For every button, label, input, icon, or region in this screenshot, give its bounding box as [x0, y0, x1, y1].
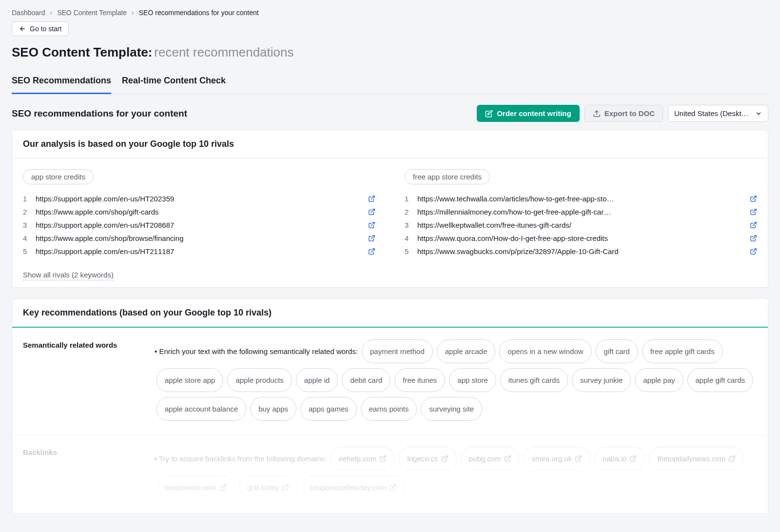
rival-link-row[interactable]: 2https://www.apple.com/shop/gift-cards	[23, 205, 375, 218]
external-link-icon[interactable]	[750, 195, 757, 202]
backlink-domain-chip[interactable]: logeco.cc	[399, 447, 456, 471]
external-link-icon[interactable]	[750, 235, 757, 242]
external-link-icon[interactable]	[368, 208, 375, 216]
svg-line-11	[753, 249, 756, 252]
semantic-word-chip[interactable]: survey junkie	[572, 368, 631, 392]
backlink-domain-chip[interactable]: eehelp.com	[331, 447, 395, 471]
rival-url: https://www.apple.com/shop/browse/financ…	[36, 234, 362, 242]
rival-url: https://support.apple.com/en-us/HT208687	[36, 221, 362, 229]
order-content-writing-button[interactable]: Order content writing	[477, 105, 580, 122]
rival-url: https://support.apple.com/en-us/HT202359	[36, 195, 362, 203]
svg-line-7	[753, 196, 756, 199]
svg-line-9	[753, 222, 756, 226]
key-recommendations-title: Key recommendations (based on your Googl…	[23, 308, 757, 318]
external-link-icon[interactable]	[750, 248, 757, 255]
svg-line-17	[732, 456, 735, 459]
rival-url: https://www.quora.com/How-do-I-get-free-…	[417, 234, 744, 242]
section-title: SEO recommendations for your content	[12, 108, 187, 119]
domain-label: smira.org.uk	[532, 451, 572, 467]
backlink-domain-chip[interactable]: gcb.today	[239, 475, 297, 499]
rival-link-row[interactable]: 5https://www.swagbucks.com/p/prize/32897…	[405, 245, 757, 258]
rival-link-row[interactable]: 4https://www.quora.com/How-do-I-get-free…	[405, 232, 757, 245]
show-all-rivals-link[interactable]: Show all rivals (2 keywords)	[23, 270, 114, 280]
semantic-word-chip[interactable]: gift card	[596, 339, 638, 363]
semantic-word-chip[interactable]: apps games	[300, 397, 357, 421]
breadcrumb-item[interactable]: SEO Content Template	[57, 9, 127, 17]
external-link-icon	[219, 484, 227, 491]
breadcrumb-item[interactable]: Dashboard	[12, 9, 45, 17]
backlink-domain-chip[interactable]: naba.io	[594, 447, 645, 471]
semantic-word-chip[interactable]: apple arcade	[437, 339, 496, 363]
backlink-domain-chip[interactable]: smira.org.uk	[524, 447, 591, 471]
semantic-word-chip[interactable]: apple account balance	[156, 397, 246, 421]
semantic-word-chip[interactable]: opens in a new window	[499, 339, 591, 363]
external-link-icon	[379, 455, 387, 462]
rivals-card-title: Our analysis is based on your Google top…	[23, 139, 757, 149]
svg-line-8	[753, 209, 756, 213]
go-to-start-label: Go to start	[30, 25, 61, 33]
semantic-word-chip[interactable]: free itunes	[394, 368, 445, 392]
region-select[interactable]: United States (Deskt…	[668, 105, 768, 122]
rival-link-row[interactable]: 1https://support.apple.com/en-us/HT20235…	[23, 192, 375, 205]
semantic-word-chip[interactable]: buy apps	[250, 397, 296, 421]
semantic-word-chip[interactable]: debit card	[342, 368, 390, 392]
semantic-word-chip[interactable]: app store	[449, 368, 496, 392]
backlink-domain-chip[interactable]: thetopdailynews.com	[649, 447, 744, 471]
edit-icon	[485, 110, 493, 118]
tab-realtime-content-check[interactable]: Real-time Content Check	[122, 71, 226, 94]
domain-label: couponxoo.com	[165, 479, 216, 495]
domain-label: thetopdailynews.com	[657, 451, 725, 467]
external-link-icon[interactable]	[368, 235, 375, 242]
tab-seo-recommendations[interactable]: SEO Recommendations	[12, 71, 111, 94]
page-title: SEO Content Template: recent recommendat…	[12, 45, 768, 60]
svg-line-3	[371, 209, 374, 213]
backlink-domain-chip[interactable]: pubg.com	[461, 447, 520, 471]
rival-link-row[interactable]: 3https://wellkeptwallet.com/free-itunes-…	[405, 218, 757, 232]
rank-number: 2	[405, 208, 411, 216]
rival-link-row[interactable]: 5https://support.apple.com/en-us/HT21118…	[23, 245, 375, 258]
region-value: United States (Deskt…	[674, 109, 749, 118]
svg-line-4	[371, 222, 374, 226]
semantic-word-chip[interactable]: apple id	[296, 368, 338, 392]
rival-link-row[interactable]: 4https://www.apple.com/shop/browse/finan…	[23, 232, 375, 245]
backlink-domain-chip[interactable]: couponxoo.com	[156, 475, 235, 499]
rival-url: https://www.swagbucks.com/p/prize/32897/…	[417, 247, 744, 256]
semantic-word-chip[interactable]: surveying site	[421, 397, 482, 421]
semantic-word-chip[interactable]: apple products	[227, 368, 292, 392]
external-link-icon[interactable]	[750, 208, 757, 216]
domain-label: eehelp.com	[339, 451, 377, 467]
semantic-word-chip[interactable]: apple store app	[156, 368, 223, 392]
backlink-domain-chip[interactable]: couponscodetoday.com	[301, 475, 405, 499]
chevron-down-icon	[755, 110, 762, 117]
external-link-icon[interactable]	[368, 221, 375, 229]
external-link-icon	[282, 484, 289, 491]
rival-link-row[interactable]: 1https://www.techwalla.com/articles/how-…	[405, 192, 757, 205]
semantic-words-label: Semantically related words	[23, 337, 155, 423]
rival-url: https://millennialmoney.com/how-to-get-f…	[417, 208, 744, 216]
rank-number: 1	[405, 195, 411, 203]
semantic-word-chip[interactable]: itunes gift cards	[500, 368, 568, 392]
rivals-column: app store credits1https://support.apple.…	[23, 169, 375, 258]
semantic-word-chip[interactable]: free apple gift cards	[642, 339, 723, 363]
external-link-icon[interactable]	[750, 221, 757, 229]
rank-number: 3	[23, 221, 30, 229]
semantic-word-chip[interactable]: payment method	[362, 339, 433, 363]
arrow-left-icon	[19, 25, 26, 32]
external-link-icon	[504, 455, 511, 462]
rivals-column: free app store credits1https://www.techw…	[405, 169, 757, 258]
export-to-doc-button[interactable]: Export to DOC	[585, 105, 663, 122]
rival-link-row[interactable]: 2https://millennialmoney.com/how-to-get-…	[405, 205, 757, 218]
external-link-icon[interactable]	[368, 248, 375, 255]
semantic-word-chip[interactable]: apple pay	[635, 368, 683, 392]
semantic-word-chip[interactable]: apple gift cards	[687, 368, 754, 392]
svg-line-16	[633, 456, 636, 459]
semantic-word-chip[interactable]: earns points	[361, 397, 417, 421]
rank-number: 2	[23, 208, 30, 216]
semantic-words-intro: Enrich your text with the following sema…	[159, 347, 358, 355]
external-link-icon	[728, 455, 736, 462]
svg-line-20	[392, 485, 396, 488]
rival-link-row[interactable]: 3https://support.apple.com/en-us/HT20868…	[23, 218, 375, 232]
rivals-card: Our analysis is based on your Google top…	[12, 130, 768, 288]
go-to-start-button[interactable]: Go to start	[12, 21, 69, 36]
external-link-icon[interactable]	[368, 195, 375, 202]
